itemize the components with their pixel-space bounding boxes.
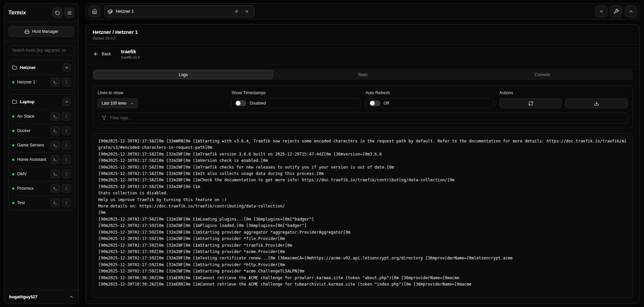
refresh-logs-button[interactable] [499,98,562,108]
host-group-header[interactable]: Hetzner [9,60,74,75]
sidebar-menu-button[interactable] [64,8,74,18]
host-connect-button[interactable] [51,155,60,164]
autorefresh-toggle[interactable] [369,100,380,106]
host-connect-button[interactable] [51,184,60,193]
lines-to-show-select[interactable]: Last 100 lines [98,98,138,108]
log-line: More details on: https://doc.traefik.io/… [98,203,627,209]
tools-button[interactable] [610,5,622,17]
log-line: Help us improve Traefik by turning this … [98,197,627,203]
arrow-left-icon [93,51,99,57]
log-line: [90m2025-12-30T02:17:58Z[0m [32mINF[0m [… [98,164,627,171]
panel-header: Hetzner / Hetzner 1 Docker 29.0.2 [86,24,640,45]
terminal-icon [53,186,57,191]
chevron-down-icon [599,9,604,14]
container-icon [108,9,113,14]
chevron-up-icon [69,294,74,299]
view-tabs: LogsStatsConsole [93,69,633,80]
group-collapse-button[interactable] [62,63,71,72]
log-line: [0m [98,209,627,216]
host-row-game-servers[interactable]: Game Servers [9,138,74,152]
chevron-down-icon [130,101,134,106]
host-menu-button[interactable] [62,184,71,193]
host-connect-button[interactable] [51,141,60,149]
host-menu-button[interactable] [62,78,71,86]
host-menu-button[interactable] [62,141,71,149]
close-tab-button[interactable] [243,8,251,15]
search-hosts-input[interactable] [8,45,74,55]
group-hosts: Arr Stack Docker Game Servers [9,109,74,210]
log-line: [90m2025-12-30T02:17:59Z[0m [32mINF[0m [… [98,229,627,236]
user-menu-collapse-button[interactable] [69,294,74,299]
host-name: Docker [17,128,47,134]
host-menu-button[interactable] [62,198,71,207]
more-vertical-icon [64,80,68,84]
filter-logs-input[interactable] [98,113,628,123]
log-line: [90m2025-12-30T06:36:30Z[0m [31mERR[0m [… [98,275,627,281]
log-line: [90m2025-12-30T02:17:58Z[0m [32mINF[0m [… [98,151,627,158]
host-group-laptop: Laptop Arr Stack Docker [8,94,74,210]
tab-hetzner-1[interactable]: Hetzner 1 [104,5,254,17]
download-icon [594,101,599,106]
host-connect-button[interactable] [51,126,60,135]
log-line: [90m2025-12-30T02:17:59Z[0m [32mINF[0m [… [98,262,627,268]
folder-icon [12,99,17,104]
host-row-home-assistant[interactable]: Home Assistant [9,152,74,167]
host-row-docker[interactable]: Docker [9,123,74,138]
tab-console[interactable]: Console [452,70,632,79]
host-row-test[interactable]: Test [9,195,74,210]
host-connect-button[interactable] [51,198,60,207]
group-collapse-button[interactable] [62,98,71,106]
host-status-dot [12,130,14,132]
host-row-proxmox[interactable]: Proxmox [9,181,74,195]
host-manager-section: Host Manager [4,22,78,41]
host-status-dot [12,115,14,118]
lines-to-show-group: Lines to show Last 100 lines [98,90,226,108]
app-title: Termix [8,10,26,16]
host-menu-button[interactable] [62,155,71,164]
host-row-omv[interactable]: OMV [9,167,74,181]
terminal-icon [53,80,57,84]
host-group-header[interactable]: Laptop [9,95,74,109]
host-status-dot [12,144,14,146]
refresh-hosts-button[interactable] [52,8,62,18]
log-line: [90m2025-12-30T02:17:58Z[0m [32mINF[0m [… [98,177,627,183]
split-icon [234,9,239,14]
sidebar-groups: Hetzner Hetzner 1 Laptop [4,56,78,290]
split-view-button[interactable] [233,8,240,15]
home-button[interactable] [89,5,101,17]
container-header: Back traefik traefik:v3.6 [86,45,640,64]
host-status-dot [12,187,14,190]
more-vertical-icon [64,201,68,205]
sidebar-search-section [4,41,78,56]
collapse-panel-button[interactable] [595,5,607,17]
group-label: Hetzner [20,65,60,70]
autorefresh-group: Auto Refresh Off [366,90,494,108]
expand-panel-button[interactable] [625,5,637,17]
tab-logs[interactable]: Logs [94,70,273,79]
timestamps-group: Show Timestamps Disabled [231,90,360,108]
host-row-arr-stack[interactable]: Arr Stack [9,109,74,123]
host-row-hetzner-1[interactable]: Hetzner 1 [9,75,74,89]
host-connect-button[interactable] [51,78,60,86]
refresh-icon [528,101,533,106]
log-output[interactable]: [90m2025-12-30T02:17:58Z[0m [33mWRN[0m [… [93,133,633,298]
host-menu-button[interactable] [62,112,71,121]
host-menu-button[interactable] [62,126,71,135]
host-manager-button[interactable]: Host Manager [8,26,74,37]
terminal-icon [53,143,57,147]
download-logs-button[interactable] [565,98,628,108]
host-menu-button[interactable] [62,170,71,178]
timestamps-toggle[interactable] [235,100,246,106]
host-status-dot [12,173,14,175]
host-name: Home Assistant [17,157,47,163]
back-button[interactable]: Back [93,50,112,58]
terminal-icon [53,158,57,162]
filter-icon [102,116,106,120]
host-connect-button[interactable] [51,170,60,178]
more-vertical-icon [64,129,68,133]
host-connect-button[interactable] [51,112,60,121]
more-vertical-icon [64,186,68,191]
close-icon [245,9,249,14]
tab-stats[interactable]: Stats [273,70,452,79]
log-line: [90m2025-12-30T02:17:59Z[0m [32mINF[0m [… [98,255,627,261]
